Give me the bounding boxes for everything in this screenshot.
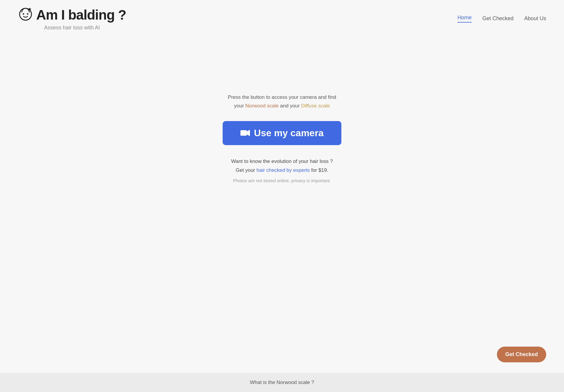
svg-rect-3	[240, 130, 247, 136]
site-header: Am I balding ? Assess hair loss with AI …	[0, 0, 564, 34]
description-middle: and your	[279, 103, 301, 109]
follow-up-line2-prefix: Get your	[236, 167, 256, 173]
follow-up-line1: Want to know the evolution of your hair …	[231, 158, 333, 164]
norwood-scale-link[interactable]: Norwood scale	[245, 103, 278, 109]
description-line2-prefix: your	[234, 103, 245, 109]
svg-point-0	[20, 8, 31, 20]
use-camera-button[interactable]: Use my camera	[223, 121, 342, 145]
footer-bar: What is the Norwood scale ?	[0, 373, 564, 392]
site-subtitle: Assess hair loss with AI	[44, 25, 100, 31]
logo-icon	[18, 6, 33, 23]
svg-marker-4	[247, 130, 250, 136]
logo-area: Am I balding ? Assess hair loss with AI	[18, 6, 126, 31]
footer-text: What is the Norwood scale ?	[250, 380, 314, 385]
site-title: Am I balding ?	[36, 7, 126, 23]
nav-home[interactable]: Home	[457, 15, 472, 23]
svg-point-1	[23, 13, 24, 15]
camera-icon	[240, 129, 250, 137]
main-nav: Home Get Checked About Us	[457, 15, 546, 23]
svg-point-2	[27, 13, 28, 15]
nav-about-us[interactable]: About Us	[524, 15, 546, 22]
privacy-text: Photos are not stored online, privacy is…	[233, 178, 331, 183]
expert-link[interactable]: hair checked by experts	[256, 167, 310, 173]
main-content: Press the button to access your camera a…	[0, 34, 564, 183]
logo-svg-icon	[18, 6, 33, 21]
follow-up-text: Want to know the evolution of your hair …	[231, 157, 333, 175]
logo-title: Am I balding ?	[18, 6, 126, 23]
description-line1: Press the button to access your camera a…	[228, 94, 336, 100]
floating-get-checked-button[interactable]: Get Checked	[497, 347, 546, 362]
camera-button-label: Use my camera	[254, 128, 324, 139]
follow-up-line2-suffix: for $19.	[310, 167, 328, 173]
nav-get-checked[interactable]: Get Checked	[482, 15, 514, 22]
description-text: Press the button to access your camera a…	[228, 93, 336, 110]
diffuse-scale-link[interactable]: Diffuse scale	[301, 103, 330, 109]
